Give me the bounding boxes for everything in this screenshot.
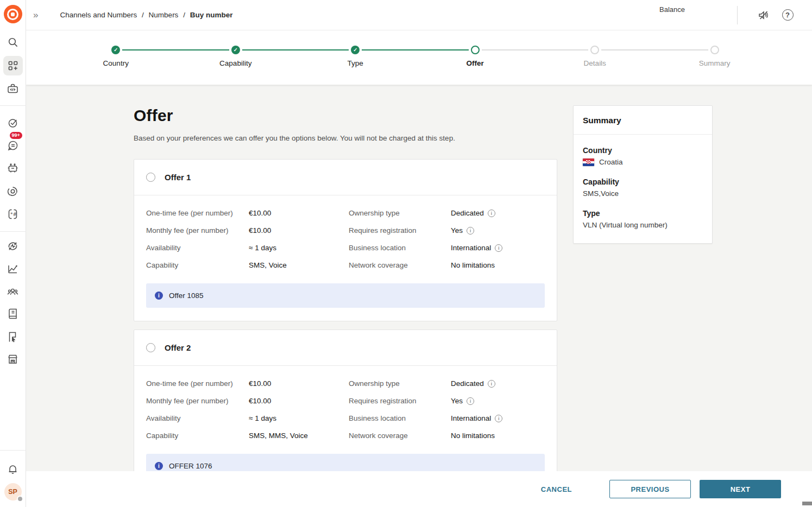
offer-card-1: Offer 1 One-time fee (per number) €10.00… xyxy=(134,159,557,321)
logo-ring-icon xyxy=(7,9,18,20)
offer-1-details: One-time fee (per number) €10.00 Ownersh… xyxy=(134,195,557,282)
offer-1-info-banner: i Offer 1085 xyxy=(146,283,545,308)
conversations-chat-icon[interactable]: 99+ xyxy=(3,136,23,155)
field-value: No limitations xyxy=(451,261,545,270)
offer-2-info-banner: i OFFER 1076 xyxy=(146,454,545,471)
offer-2-banner-text: OFFER 1076 xyxy=(169,462,212,470)
offer-1-header[interactable]: Offer 1 xyxy=(134,160,557,195)
info-icon[interactable]: i xyxy=(488,210,495,217)
step-details[interactable]: ✓ Details xyxy=(535,46,655,67)
step-circle: ✓ xyxy=(471,46,480,54)
exchange-swirl-icon[interactable] xyxy=(3,181,23,201)
field-value: €10.00 xyxy=(249,396,349,406)
analytics-chart-icon[interactable] xyxy=(3,259,23,278)
step-summary[interactable]: ✓ Summary xyxy=(655,46,775,67)
stepper-band: ✓ Country ✓ Capability ✓ Type ✓ Offer ✓ … xyxy=(26,31,812,85)
breadcrumb-separator: / xyxy=(183,11,185,19)
check-icon: ✓ xyxy=(353,47,357,53)
help-icon[interactable]: ? xyxy=(779,7,796,23)
summary-type-section: Type VLN (Virtual long number) xyxy=(583,209,703,229)
step-offer[interactable]: ✓ Offer xyxy=(416,46,536,67)
summary-country-section: Country Croatia xyxy=(583,146,703,166)
info-icon[interactable]: i xyxy=(467,397,474,405)
search-icon[interactable] xyxy=(3,33,23,52)
field-label: Ownership type xyxy=(349,208,451,218)
field-value: SMS, Voice xyxy=(249,261,349,270)
user-avatar[interactable]: SP xyxy=(4,483,22,500)
sidebar-divider xyxy=(0,105,26,106)
breadcrumb-current: Buy number xyxy=(190,11,233,19)
sidebar-divider xyxy=(0,450,26,451)
mute-sound-icon[interactable] xyxy=(756,7,772,23)
numbers-keypad-icon[interactable]: *# xyxy=(3,204,23,224)
sidebar-divider xyxy=(0,231,26,232)
step-circle: ✓ xyxy=(111,46,120,54)
field-label: Capability xyxy=(146,431,249,441)
offer-1-name: Offer 1 xyxy=(165,173,191,182)
field-value: Dedicatedi xyxy=(451,208,545,218)
next-button[interactable]: NEXT xyxy=(700,480,781,498)
flow-pulse-icon[interactable] xyxy=(3,236,23,256)
field-label: Monthly fee (per number) xyxy=(146,226,249,236)
field-value: ≈ 1 days xyxy=(249,414,349,423)
field-label: Capability xyxy=(146,261,249,270)
step-country[interactable]: ✓ Country xyxy=(56,46,176,67)
wizard-footer: CANCEL PREVIOUS NEXT xyxy=(26,471,812,507)
balance-label[interactable]: Balance xyxy=(659,5,685,14)
info-icon[interactable]: i xyxy=(495,415,502,422)
field-value: No limitations xyxy=(451,431,545,441)
breadcrumb-separator: / xyxy=(142,11,144,19)
signals-flag-icon[interactable] xyxy=(3,327,23,346)
step-capability[interactable]: ✓ Capability xyxy=(176,46,296,67)
step-circle: ✓ xyxy=(231,46,240,54)
app-logo[interactable] xyxy=(4,5,22,23)
people-audience-icon[interactable] xyxy=(3,282,23,301)
page-title: Offer xyxy=(134,106,557,125)
field-value: Internationali xyxy=(451,243,545,253)
field-label: One-time fee (per number) xyxy=(146,208,249,218)
field-label: Business location xyxy=(349,243,451,253)
field-label: Requires registration xyxy=(349,396,451,406)
field-value: SMS, MMS, Voice xyxy=(249,431,349,441)
field-value: ≈ 1 days xyxy=(249,243,349,253)
field-value: Yesi xyxy=(451,396,545,406)
breadcrumb-link-channels[interactable]: Channels and Numbers xyxy=(60,11,137,19)
svg-text:*#: *# xyxy=(10,212,17,217)
apps-grid-add-icon[interactable] xyxy=(3,56,23,75)
unread-count-badge: 99+ xyxy=(10,132,22,139)
moments-target-icon[interactable] xyxy=(3,113,23,132)
field-value: Dedicatedi xyxy=(451,379,545,389)
previous-button[interactable]: PREVIOUS xyxy=(609,480,691,498)
field-label: Network coverage xyxy=(349,261,451,270)
field-label: Ownership type xyxy=(349,379,451,389)
scrollbar-thumb[interactable] xyxy=(802,502,812,505)
sidebar: 99+ *# SP xyxy=(0,0,26,507)
info-icon[interactable]: i xyxy=(495,244,502,252)
info-icon[interactable]: i xyxy=(488,380,495,388)
content-area: Offer Based on your preferences we can o… xyxy=(26,85,812,471)
offer-1-radio[interactable] xyxy=(146,173,155,182)
page-subtitle: Based on your preferences we can offer y… xyxy=(134,134,557,142)
field-label: Business location xyxy=(349,414,451,423)
field-label: Availability xyxy=(146,414,249,423)
dev-tools-icon[interactable] xyxy=(3,79,23,98)
notifications-bell-icon[interactable] xyxy=(3,459,23,479)
offer-2-header[interactable]: Offer 2 xyxy=(134,330,557,366)
knowledge-book-icon[interactable] xyxy=(3,303,23,323)
step-type[interactable]: ✓ Type xyxy=(295,46,416,67)
answers-bot-icon[interactable] xyxy=(3,159,23,178)
breadcrumb-link-numbers[interactable]: Numbers xyxy=(149,11,179,19)
summary-panel-title: Summary xyxy=(574,106,712,135)
info-icon[interactable]: i xyxy=(467,227,474,235)
marketplace-store-icon[interactable] xyxy=(3,349,23,369)
field-label: One-time fee (per number) xyxy=(146,379,249,389)
info-icon: i xyxy=(155,291,163,300)
cancel-button[interactable]: CANCEL xyxy=(541,485,572,493)
offer-2-details: One-time fee (per number) €10.00 Ownersh… xyxy=(134,366,557,453)
offer-2-radio[interactable] xyxy=(146,343,155,352)
summary-panel: Summary Country Croatia Capability SMS,V… xyxy=(573,105,713,244)
croatia-flag-icon xyxy=(583,159,594,166)
collapse-sidebar-icon[interactable]: » xyxy=(33,10,37,21)
info-icon: i xyxy=(155,462,163,470)
field-value: Yesi xyxy=(451,226,545,236)
